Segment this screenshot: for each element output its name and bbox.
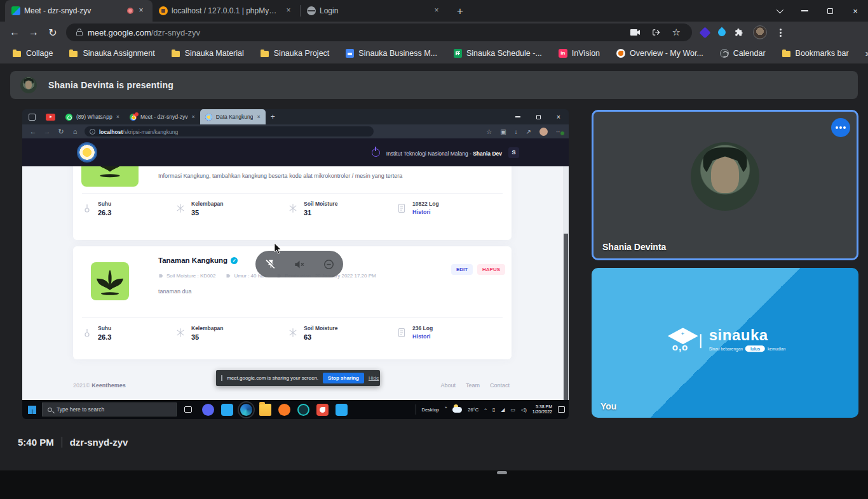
browser-tab-phpmyadmin[interactable]: localhost / 127.0.0.1 | phpMyAdm × xyxy=(153,0,300,22)
inner-restore-button[interactable] xyxy=(528,109,548,124)
page-scrollbar[interactable] xyxy=(563,138,569,400)
youtube-pinned-tab-icon[interactable] xyxy=(46,114,55,121)
footer-link-about[interactable]: About xyxy=(440,382,456,389)
close-button[interactable]: × xyxy=(843,1,868,20)
scrollbar-thumb[interactable] xyxy=(564,234,568,400)
hidden-taskbar-notch[interactable] xyxy=(497,471,507,474)
start-button-icon[interactable] xyxy=(28,406,36,414)
inner-back-button[interactable]: ← xyxy=(26,128,40,135)
edge-icon[interactable] xyxy=(240,404,252,416)
favorites-star-icon[interactable]: ☆ xyxy=(486,128,492,135)
participant-tile-you[interactable]: o,o sinauka Sinau bebarengan lulus kemud… xyxy=(592,268,858,418)
browser-tab-login[interactable]: Login × xyxy=(301,0,448,22)
restore-button[interactable] xyxy=(817,1,843,20)
tab-close-icon[interactable]: × xyxy=(192,114,195,120)
logout-power-icon[interactable] xyxy=(372,149,380,157)
tab-search-chevron-icon[interactable] xyxy=(766,1,792,20)
inner-reload-button[interactable]: ↻ xyxy=(54,128,68,136)
page-info-icon[interactable]: i xyxy=(90,129,95,135)
footer-brand[interactable]: Keenthemes xyxy=(92,382,126,389)
bookmark-overview[interactable]: Overview - My Wor... xyxy=(616,49,703,58)
inner-close-button[interactable]: × xyxy=(548,109,569,124)
inner-profile-avatar[interactable] xyxy=(539,128,548,136)
chrome-menu-icon[interactable] xyxy=(780,32,782,34)
site-avatar-letter[interactable]: S xyxy=(508,147,519,158)
collections-icon[interactable]: ▣ xyxy=(500,128,506,135)
new-tab-button[interactable]: + xyxy=(452,3,468,20)
desktop-chevron-icon[interactable]: » xyxy=(445,405,447,409)
tab-close-icon[interactable]: × xyxy=(116,114,119,120)
tab-actions-icon[interactable] xyxy=(29,114,36,121)
camera-allowed-icon[interactable] xyxy=(630,29,641,36)
remove-from-call-icon[interactable] xyxy=(323,258,335,270)
tab-close-icon[interactable]: × xyxy=(136,6,146,16)
share-icon[interactable] xyxy=(652,28,661,37)
phone-link-icon[interactable]: ▯ xyxy=(492,407,495,413)
inner-tab-whatsapp[interactable]: (89) WhatsApp × xyxy=(60,109,125,124)
inner-tab-data-kangkung[interactable]: Data Kangkung × xyxy=(200,109,266,124)
bookmark-invision[interactable]: inInVision xyxy=(559,49,600,58)
taskbar-clock[interactable]: 5:38 PM 1/20/2022 xyxy=(532,404,552,415)
forward-button[interactable]: → xyxy=(24,23,43,41)
vscode-icon-2[interactable] xyxy=(336,404,348,416)
file-explorer-icon[interactable] xyxy=(259,404,271,416)
inner-forward-button[interactable]: → xyxy=(40,128,54,135)
temperature-label[interactable]: 26°C xyxy=(468,407,478,413)
share-icon[interactable]: ↗ xyxy=(526,128,531,135)
notification-center-icon[interactable] xyxy=(558,406,565,413)
tile-more-options-button[interactable] xyxy=(831,118,850,137)
minimize-button[interactable] xyxy=(792,1,817,20)
tab-close-icon[interactable]: × xyxy=(283,6,294,16)
extension-diamond-icon[interactable] xyxy=(699,27,710,38)
bookmark-sinauka-schedule[interactable]: Sinauka Schedule -... xyxy=(454,49,542,58)
bookmark-sinauka-project[interactable]: Sinauka Project xyxy=(261,49,330,58)
extension-drop-icon[interactable] xyxy=(717,27,728,38)
inner-home-button[interactable]: ⌂ xyxy=(68,128,82,135)
histori-link[interactable]: Histori xyxy=(412,333,433,340)
inner-address-bar[interactable]: i localhost/skripsi-main/kangkung xyxy=(85,126,374,136)
edit-button[interactable]: EDIT xyxy=(451,264,473,275)
tab-close-icon[interactable]: × xyxy=(431,6,442,16)
red-app-icon[interactable] xyxy=(316,404,329,416)
discord-icon[interactable] xyxy=(202,404,214,416)
bookmark-sinauka-material[interactable]: Sinauka Material xyxy=(172,49,244,58)
keyboard-icon[interactable]: ▭ xyxy=(510,407,515,413)
bookmark-star-icon[interactable]: ☆ xyxy=(672,27,681,38)
task-view-icon[interactable] xyxy=(184,406,192,413)
obs-icon[interactable] xyxy=(297,404,309,416)
bookmark-sinauka-assignment[interactable]: Sinauka Assignment xyxy=(69,49,154,58)
footer-link-contact[interactable]: Contact xyxy=(490,382,510,389)
tray-chevron-up-icon[interactable]: ^ xyxy=(484,407,487,413)
drag-handle-icon[interactable] xyxy=(221,375,222,381)
volume-icon[interactable]: ◁) xyxy=(521,407,527,413)
bookmark-calendar[interactable]: Calendar xyxy=(720,49,766,58)
back-button[interactable]: ← xyxy=(5,23,24,41)
reload-button[interactable]: ↻ xyxy=(43,23,62,41)
browser-tab-meet[interactable]: Meet - dzr-snyd-zyv × xyxy=(5,0,153,22)
histori-link[interactable]: Histori xyxy=(412,209,439,215)
bookmarks-overflow-chevron[interactable]: » xyxy=(865,48,868,58)
footer-link-team[interactable]: Team xyxy=(466,382,480,389)
download-icon[interactable]: ↓ xyxy=(515,128,518,135)
inner-tab-meet[interactable]: Meet - dzr-snyd-zyv × xyxy=(125,109,200,124)
address-bar[interactable]: meet.google.com /dzr-snyd-zyv ☆ xyxy=(66,23,692,41)
delete-button[interactable]: HAPUS xyxy=(477,264,505,275)
xampp-icon[interactable] xyxy=(278,404,290,416)
tab-close-icon[interactable]: × xyxy=(257,114,260,120)
desktop-toolbar-label[interactable]: Desktop xyxy=(422,407,440,413)
taskbar-search-input[interactable]: Type here to search xyxy=(42,403,177,416)
stop-sharing-button[interactable]: Stop sharing xyxy=(323,373,364,383)
bookmark-collage[interactable]: Collage xyxy=(13,49,53,58)
vscode-icon[interactable] xyxy=(221,404,233,416)
inner-new-tab-button[interactable]: + xyxy=(271,112,275,121)
weather-icon[interactable] xyxy=(452,407,462,413)
profile-avatar[interactable] xyxy=(753,25,767,39)
bookmark-bookmarks-bar[interactable]: Bookmarks bar xyxy=(782,49,849,58)
bookmark-sinauka-business[interactable]: Sinauka Business M... xyxy=(346,49,437,58)
extensions-puzzle-icon[interactable] xyxy=(735,28,744,37)
inner-minimize-button[interactable] xyxy=(508,109,528,124)
network-icon[interactable]: ◢ xyxy=(501,407,505,413)
shared-screen-presentation[interactable]: (89) WhatsApp × Meet - dzr-snyd-zyv × Da… xyxy=(22,109,569,419)
unpin-icon[interactable] xyxy=(264,258,276,270)
participant-tile-shania[interactable]: Shania Devinta xyxy=(592,110,858,260)
